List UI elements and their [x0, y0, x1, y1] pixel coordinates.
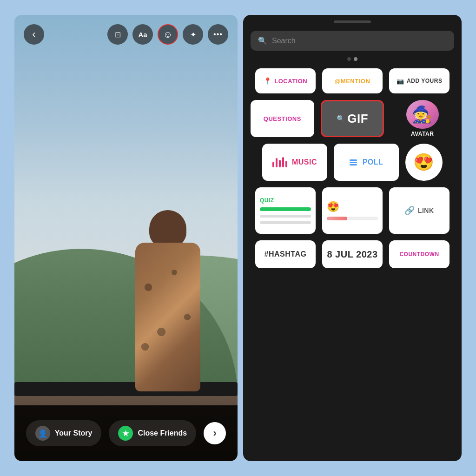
effects-icon: ✦ [190, 30, 196, 39]
close-friends-button[interactable]: ★ Close Friends [109, 420, 196, 446]
camera-icon: 📷 [397, 78, 404, 85]
quiz-line-2 [260, 221, 311, 224]
sticker-mention[interactable]: @MENTION [322, 68, 383, 93]
phone-notch [334, 20, 371, 23]
sticker-addyours[interactable]: 📷 ADD YOURS [389, 68, 450, 93]
sticker-countdown[interactable]: COUNTDOWN [389, 240, 450, 268]
sticker-hashtag[interactable]: #HASHTAG [255, 240, 316, 268]
your-story-button[interactable]: 👤 Your Story [26, 420, 102, 446]
sticker-gif[interactable]: 🔍 GIF [321, 100, 384, 137]
sticker-music[interactable]: MUSIC [262, 144, 327, 181]
resize-button[interactable]: ⊡ [107, 24, 128, 45]
slider-track [327, 217, 378, 220]
gif-search-icon: 🔍 [337, 115, 345, 122]
avatar-image: 🧙 [406, 100, 439, 129]
close-friends-label: Close Friends [138, 429, 187, 437]
quiz-title: QUIZ [260, 197, 274, 204]
poll-label: POLL [363, 158, 383, 166]
bottom-bar: 👤 Your Story ★ Close Friends › [14, 405, 238, 461]
slider-fill [327, 217, 347, 220]
search-icon: 🔍 [258, 36, 267, 45]
effects-button[interactable]: ✦ [183, 24, 203, 45]
sticker-location[interactable]: 📍 LOCATION [255, 68, 316, 93]
sticker-quiz[interactable]: QUIZ [255, 187, 316, 234]
person-figure [126, 215, 210, 391]
left-panel: ‹ ⊡ Aa ☺ ✦ ••• 👤 Your Story ★ [14, 15, 238, 461]
quiz-progress-bar [260, 207, 311, 211]
countdown-label: COUNTDOWN [399, 251, 439, 258]
sticker-grid: 📍 LOCATION @MENTION 📷 ADD YOURS QUESTION… [243, 68, 462, 268]
music-label: MUSIC [292, 158, 317, 166]
sticker-questions[interactable]: QUESTIONS [251, 100, 314, 137]
close-friends-icon: ★ [118, 426, 133, 441]
sticker-date[interactable]: 8 JUL 2023 [322, 240, 383, 268]
gif-label: GIF [347, 112, 368, 126]
your-story-icon: 👤 [35, 426, 50, 441]
story-toolbar: ‹ ⊡ Aa ☺ ✦ ••• [14, 24, 238, 45]
link-icon: 🔗 [404, 205, 415, 216]
poll-lines-icon [350, 159, 357, 165]
right-panel: 🔍 Search 📍 LOCATION @MENTION 📷 ADD YOURS [243, 15, 462, 461]
sticker-emoji-icon: ☺ [163, 29, 172, 40]
avatar-label: AVATAR [411, 131, 434, 137]
location-icon: 📍 [264, 77, 272, 85]
sticker-row-1: 📍 LOCATION @MENTION 📷 ADD YOURS [251, 68, 454, 93]
more-icon: ••• [213, 30, 223, 39]
next-icon: › [213, 427, 217, 439]
mention-label: @MENTION [335, 78, 370, 85]
back-icon: ‹ [32, 28, 35, 40]
music-bars-icon [272, 157, 287, 167]
dot-1 [347, 57, 351, 61]
resize-icon: ⊡ [115, 30, 121, 39]
link-label: LINK [418, 207, 434, 214]
search-input[interactable]: Search [272, 37, 296, 45]
sticker-row-3: MUSIC POLL 😍 [251, 144, 454, 181]
more-button[interactable]: ••• [208, 24, 228, 45]
sticker-row-4: QUIZ 😍 🔗 LINK [251, 187, 454, 234]
star-icon: ★ [122, 429, 129, 438]
date-day: 8 JUL 2023 [327, 249, 377, 260]
pagination-dots [243, 57, 462, 61]
questions-label: QUESTIONS [264, 115, 301, 122]
your-story-label: Your Story [55, 429, 93, 437]
sticker-poll[interactable]: POLL [334, 144, 399, 181]
avatar-emoji: 🧙 [412, 105, 433, 124]
sticker-button[interactable]: ☺ [158, 24, 178, 45]
sticker-emoji-slider[interactable]: 😍 [322, 187, 383, 234]
sticker-row-2: QUESTIONS 🔍 GIF 🧙 AVATAR [251, 100, 454, 137]
location-label: LOCATION [274, 78, 307, 85]
person-head [149, 210, 186, 247]
search-bar[interactable]: 🔍 Search [251, 31, 454, 51]
text-icon: Aa [138, 31, 147, 39]
back-button[interactable]: ‹ [24, 24, 44, 45]
text-button[interactable]: Aa [132, 24, 153, 45]
quiz-line-1 [260, 215, 311, 218]
emoji-heart-eyes: 😍 [413, 152, 435, 172]
hashtag-label: #HASHTAG [264, 250, 307, 258]
dot-2 [354, 57, 357, 61]
next-button[interactable]: › [204, 422, 226, 444]
sticker-row-5: #HASHTAG 8 JUL 2023 COUNTDOWN [251, 240, 454, 268]
sticker-link[interactable]: 🔗 LINK [389, 187, 450, 234]
sticker-avatar[interactable]: 🧙 AVATAR [390, 100, 454, 137]
sticker-emoji-reaction[interactable]: 😍 [405, 144, 443, 181]
addyours-label: ADD YOURS [407, 78, 442, 84]
profile-icon: 👤 [38, 429, 47, 438]
person-body [135, 243, 200, 391]
slider-emoji: 😍 [327, 201, 340, 213]
